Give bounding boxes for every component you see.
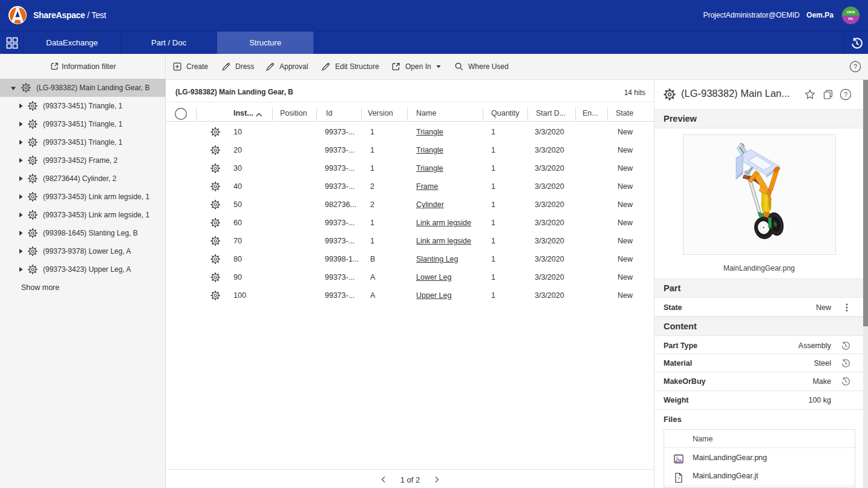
svg-text:?: ?	[844, 91, 847, 98]
svg-text:?: ?	[677, 476, 680, 481]
svg-text:?: ?	[853, 63, 857, 70]
